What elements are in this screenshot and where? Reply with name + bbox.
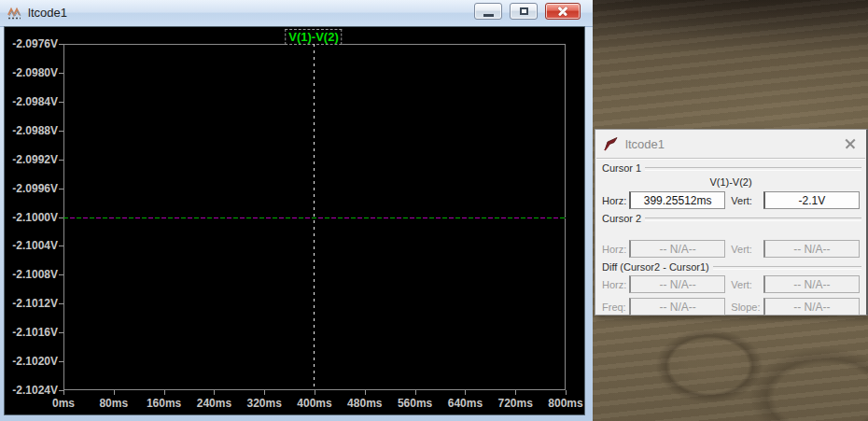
y-axis-tick-label: -2.1012V [5,296,58,311]
y-axis-tick [59,102,63,103]
y-axis-tick [59,189,63,189]
cursor-dialog: ltcode1 Cursor 1 V(1)-V(2) Horz: 399.255… [595,129,868,316]
cursor1-vert-label: Vert: [725,195,763,206]
diff-freq-label: Freq: [602,302,629,313]
y-axis-tick-label: -2.0988V [5,123,58,138]
y-axis-tick-label: -2.0992V [5,152,58,167]
y-axis-tick [59,131,63,132]
y-axis-tick-label: -2.0996V [5,181,58,196]
cursor-dialog-titlebar[interactable]: ltcode1 [595,130,866,158]
x-axis-tick [264,390,265,395]
dialog-close-button[interactable] [844,137,857,150]
trace-label[interactable]: V(1)-V(2) [285,29,342,45]
x-axis-tick [365,390,366,395]
x-axis-tick [465,390,466,395]
x-axis-tick-label: 720ms [487,397,543,410]
y-axis-tick-label: -2.1000V [5,210,58,225]
minimize-icon [483,14,494,17]
y-axis-tick [59,303,63,304]
diff-section-header: Diff (Cursor2 - Cursor1) [600,260,861,274]
x-axis-tick [315,390,315,395]
y-axis-tick-label: -2.0976V [5,36,58,51]
cursor2-row: Horz: -- N/A-- Vert: -- N/A-- [602,239,860,259]
y-axis-tick-label: -2.0984V [5,94,58,109]
cursor1-horz-label: Horz: [602,195,629,206]
waveform-window: ltcode1 V(1)-V(2) -2.0976V-2.0980V-2.098… [0,0,593,421]
x-axis-tick [415,390,416,395]
x-axis-tick-label: 0ms [35,397,91,410]
x-axis-tick [515,390,516,395]
x-axis-tick-label: 560ms [387,397,443,410]
desktop: ltcode1 V(1)-V(2) -2.0976V-2.0980V-2.098… [0,0,868,421]
cursor2-vert-label: Vert: [725,244,763,255]
y-axis-tick [59,332,63,333]
cursor2-section-header: Cursor 2 [600,212,861,225]
cursor1-horz-field[interactable]: 399.25512ms [629,191,725,209]
titlebar-separator [596,158,865,160]
diff-slope-field: -- N/A-- [763,298,860,316]
x-axis-tick [63,390,64,395]
x-axis-tick-label: 400ms [287,397,343,410]
restore-button[interactable] [510,3,538,20]
x-axis-tick-label: 480ms [337,397,393,410]
x-axis-tick-label: 800ms [538,397,594,410]
x-axis-tick-label: 80ms [86,397,142,410]
y-axis-tick [59,73,63,74]
diff-freq-field: -- N/A-- [629,298,725,316]
cursor1-header-label: Cursor 1 [600,162,645,174]
diff-vert-label: Vert: [725,279,763,290]
y-axis-tick [59,218,63,218]
x-axis-tick-label: 640ms [437,397,493,410]
cursor1-trace-name: V(1)-V(2) [595,175,866,189]
close-button[interactable] [545,3,581,20]
y-axis-tick-label: -2.1020V [5,354,58,369]
diff-header-label: Diff (Cursor2 - Cursor1) [600,261,713,273]
x-axis-tick [164,390,165,395]
x-axis-tick [114,390,115,395]
diff-row-1: Horz: -- N/A-- Vert: -- N/A-- [602,274,860,294]
cursor2-horz-field: -- N/A-- [629,240,725,258]
diff-slope-label: Slope: [725,302,763,313]
cursor2-vert-field: -- N/A-- [763,240,860,258]
cursor1-section-header: Cursor 1 [600,161,861,175]
x-axis-tick [566,390,567,395]
y-axis-tick-label: -2.1008V [5,267,58,282]
y-axis-tick [59,44,63,45]
y-axis-tick [59,361,63,362]
window-controls [474,3,581,20]
cursor-dialog-title: ltcode1 [625,137,665,151]
y-axis-tick-label: -2.1024V [5,383,58,398]
diff-vert-field: -- N/A-- [763,275,860,293]
x-axis-tick-label: 320ms [236,397,292,410]
diff-horz-field: -- N/A-- [629,275,725,293]
y-axis-tick-label: -2.1016V [5,325,58,340]
x-axis-tick [214,390,215,395]
cursor1-row: Horz: 399.25512ms Vert: -2.1V [602,190,860,210]
x-axis-tick-label: 240ms [186,397,242,410]
waveform-window-title: ltcode1 [28,6,67,20]
waveform-app-icon [7,6,22,21]
y-axis-tick [59,160,63,161]
cursor2-horz-label: Horz: [602,244,629,255]
diff-horz-label: Horz: [602,279,629,290]
waveform-plot[interactable]: V(1)-V(2) -2.0976V-2.0980V-2.0984V-2.098… [4,26,585,415]
diff-row-2: Freq: -- N/A-- Slope: -- N/A-- [602,297,860,316]
ltspice-icon [603,136,619,152]
x-axis-tick-label: 160ms [136,397,192,410]
restore-icon [520,7,528,15]
minimize-button[interactable] [474,3,502,20]
trace-line-with-cursor[interactable] [63,218,566,218]
cursor2-header-label: Cursor 2 [600,213,645,224]
y-axis-tick-label: -2.1004V [5,238,58,253]
cursor1-vert-field[interactable]: -2.1V [763,191,860,209]
waveform-window-titlebar[interactable]: ltcode1 [0,0,593,27]
y-axis-tick [59,246,63,246]
y-axis-tick-label: -2.0980V [5,65,58,80]
y-axis-tick [59,274,63,275]
